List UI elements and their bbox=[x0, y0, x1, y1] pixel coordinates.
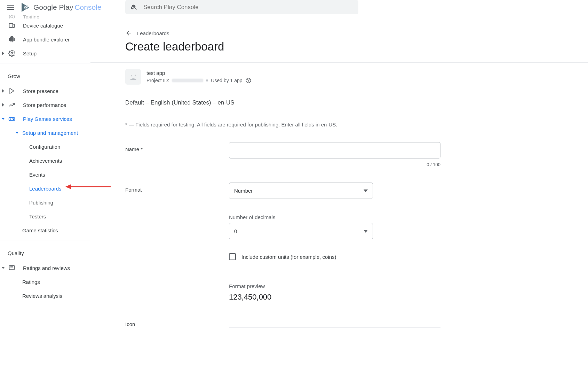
sidebar-item-store-presence[interactable]: Store presence bbox=[0, 84, 90, 98]
sidebar-item-events[interactable]: Events bbox=[29, 168, 90, 181]
divider bbox=[0, 240, 90, 240]
icon-label: Icon bbox=[125, 317, 229, 327]
svg-marker-7 bbox=[10, 88, 14, 94]
locale-line: Default – English (United States) – en-U… bbox=[125, 99, 588, 106]
svg-rect-5 bbox=[13, 24, 14, 28]
sidebar-label: Leaderboards bbox=[29, 186, 62, 192]
menu-button[interactable] bbox=[6, 3, 15, 11]
svg-marker-17 bbox=[65, 184, 71, 189]
required-note: * — Fields required for testing. All fie… bbox=[125, 122, 588, 127]
redacted-id bbox=[172, 79, 203, 82]
reviews-icon bbox=[8, 264, 15, 271]
format-select[interactable]: Number bbox=[229, 183, 373, 199]
sidebar-item-configuration[interactable]: Configuration bbox=[29, 140, 90, 154]
name-input[interactable] bbox=[229, 142, 440, 158]
page-title: Create leaderboard bbox=[125, 40, 588, 53]
icon-upload[interactable] bbox=[229, 327, 440, 348]
project-id-label: Project ID: bbox=[146, 78, 169, 83]
svg-point-6 bbox=[11, 53, 13, 54]
arrow-left-icon bbox=[125, 30, 132, 37]
sidebar-item-game-stats[interactable]: Game statistics bbox=[22, 223, 90, 237]
decimals-select[interactable]: 0 bbox=[229, 223, 373, 239]
sidebar-label: Achievements bbox=[29, 158, 62, 164]
sidebar-label: Testers bbox=[29, 214, 46, 219]
search-input[interactable] bbox=[143, 4, 353, 11]
sidebar-label: Play Games services bbox=[23, 116, 72, 122]
svg-line-19 bbox=[135, 75, 136, 76]
sidebar-item-ratings[interactable]: Ratings bbox=[22, 275, 90, 289]
chevron-right-icon bbox=[1, 89, 5, 93]
back-link[interactable]: Leaderboards bbox=[125, 30, 588, 37]
svg-point-21 bbox=[248, 82, 248, 82]
main-content: Leaderboards Create leaderboard test app… bbox=[90, 14, 588, 387]
sidebar-item-device-catalogue[interactable]: Device catalogue bbox=[0, 18, 90, 32]
custom-units-checkbox[interactable] bbox=[229, 253, 236, 260]
android-placeholder-icon bbox=[129, 74, 138, 80]
sidebar-label: Events bbox=[29, 172, 45, 178]
chevron-right-icon bbox=[1, 103, 5, 107]
chevron-down-icon bbox=[1, 266, 5, 270]
gamepad-icon bbox=[8, 115, 15, 122]
divider bbox=[0, 63, 90, 63]
sidebar-item-testing[interactable]: Testing bbox=[0, 15, 90, 18]
section-quality: Quality bbox=[0, 243, 90, 261]
svg-rect-13 bbox=[9, 265, 15, 270]
sidebar-item-setup-management[interactable]: Setup and management bbox=[22, 126, 90, 140]
sidebar-item-setup[interactable]: Setup bbox=[0, 46, 90, 60]
sidebar-label: Testing bbox=[23, 15, 40, 18]
sidebar-label: Setup bbox=[23, 51, 37, 56]
app-name: test app bbox=[146, 70, 252, 76]
target-icon bbox=[8, 15, 15, 18]
brand-text-2: Console bbox=[74, 3, 101, 11]
devices-icon bbox=[8, 22, 15, 29]
brand-logo: Google PlayConsole bbox=[20, 2, 101, 13]
help-icon[interactable] bbox=[245, 77, 252, 84]
store-icon bbox=[8, 87, 15, 94]
search-bar[interactable] bbox=[125, 0, 358, 14]
dropdown-icon bbox=[364, 189, 368, 192]
sidebar-label: Game statistics bbox=[22, 227, 58, 233]
dropdown-icon bbox=[364, 230, 368, 233]
sidebar-label: Store performance bbox=[23, 102, 66, 108]
brand-text-1: Google Play bbox=[33, 3, 73, 11]
sidebar-item-achievements[interactable]: Achievements bbox=[29, 154, 90, 168]
sidebar-item-store-performance[interactable]: Store performance bbox=[0, 98, 90, 112]
custom-units-label: Include custom units (for example, coins… bbox=[241, 254, 336, 260]
sidebar-label: Configuration bbox=[29, 144, 60, 150]
sidebar-label: Reviews analysis bbox=[22, 293, 62, 299]
decimals-label: Number of decimals bbox=[229, 214, 373, 220]
sidebar-item-publishing[interactable]: Publishing bbox=[29, 195, 90, 209]
name-counter: 0 / 100 bbox=[229, 162, 440, 167]
sidebar-label: Ratings bbox=[22, 279, 40, 285]
chevron-down-icon bbox=[15, 131, 19, 134]
sidebar-item-testers[interactable]: Testers bbox=[29, 209, 90, 223]
app-icon bbox=[125, 69, 141, 85]
sidebar-label: Store presence bbox=[23, 88, 58, 94]
divider bbox=[90, 62, 588, 63]
format-label: Format bbox=[125, 183, 229, 193]
sidebar-item-reviews-analysis[interactable]: Reviews analysis bbox=[22, 289, 90, 303]
back-label: Leaderboards bbox=[137, 30, 169, 36]
trend-icon bbox=[8, 101, 15, 108]
svg-point-3 bbox=[11, 16, 13, 18]
sidebar-label: Setup and management bbox=[22, 130, 78, 136]
svg-point-12 bbox=[13, 119, 14, 120]
section-grow: Grow bbox=[0, 66, 90, 84]
sidebar-item-ratings-reviews[interactable]: Ratings and reviews bbox=[0, 261, 90, 275]
sidebar-label: App bundle explorer bbox=[23, 37, 70, 42]
svg-point-11 bbox=[13, 118, 14, 119]
sidebar-item-play-games[interactable]: Play Games services bbox=[0, 112, 90, 126]
sidebar-label: Publishing bbox=[29, 200, 53, 206]
search-icon bbox=[131, 4, 138, 11]
app-usage: Used by 1 app bbox=[211, 78, 242, 83]
svg-rect-4 bbox=[9, 23, 13, 28]
decimals-value: 0 bbox=[234, 228, 237, 234]
android-icon bbox=[8, 36, 15, 43]
preview-value: 123,450,000 bbox=[229, 293, 373, 302]
play-console-logo-icon bbox=[20, 2, 31, 13]
hamburger-icon bbox=[7, 5, 14, 10]
preview-label: Format preview bbox=[229, 283, 373, 289]
name-label: Name * bbox=[125, 142, 229, 152]
chevron-right-icon bbox=[1, 52, 5, 55]
sidebar-item-app-bundle[interactable]: App bundle explorer bbox=[0, 32, 90, 46]
